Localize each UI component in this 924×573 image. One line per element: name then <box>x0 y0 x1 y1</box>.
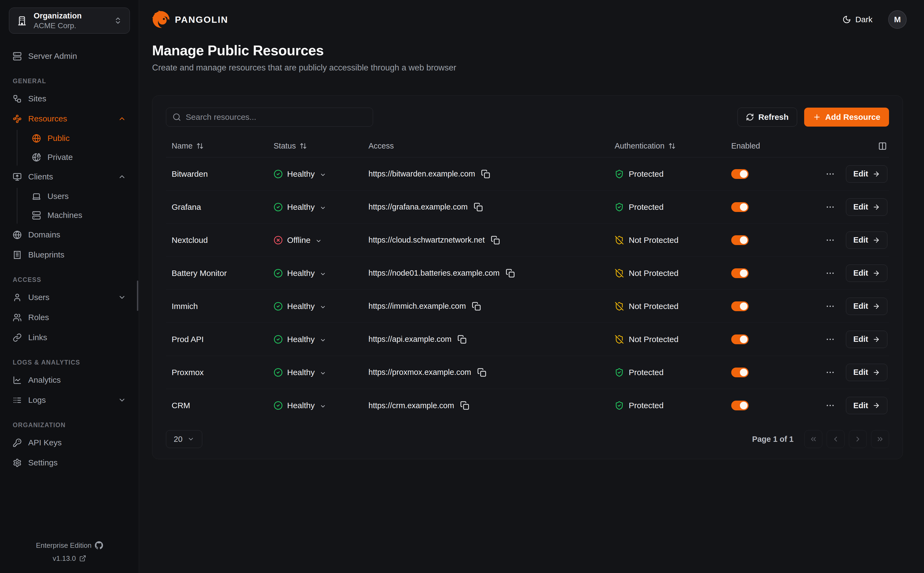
resource-url[interactable]: https://grafana.example.com <box>368 202 468 211</box>
sidebar-item-users[interactable]: Users <box>28 188 130 205</box>
edit-button[interactable]: Edit <box>846 265 887 282</box>
copy-url-button[interactable] <box>491 236 500 245</box>
sidebar-item-api-keys[interactable]: API Keys <box>9 434 130 452</box>
row-menu-button[interactable] <box>825 335 835 344</box>
status-badge[interactable]: Healthy <box>274 202 326 212</box>
sidebar-item-sites[interactable]: Sites <box>9 90 130 108</box>
copy-url-button[interactable] <box>457 335 467 344</box>
sidebar-item-analytics[interactable]: Analytics <box>9 371 130 389</box>
last-page-button[interactable] <box>871 430 889 448</box>
first-page-button[interactable] <box>805 430 822 448</box>
edit-button[interactable]: Edit <box>846 199 887 216</box>
status-icon <box>274 269 283 278</box>
sidebar-item-public[interactable]: Public <box>28 130 130 147</box>
row-menu-button[interactable] <box>825 301 835 311</box>
sidebar-item-clients[interactable]: Clients <box>9 168 130 186</box>
edit-button[interactable]: Edit <box>846 364 887 381</box>
table-row: Bitwarden Healthy https://bitwarden.exam… <box>166 158 889 191</box>
edit-button[interactable]: Edit <box>846 165 887 183</box>
chevron-down-icon <box>315 237 322 243</box>
sidebar-item-private[interactable]: Private <box>28 149 130 166</box>
resource-url[interactable]: https://node01.batteries.example.com <box>368 269 500 277</box>
analytics-icon <box>13 376 22 385</box>
column-header-authentication[interactable]: Authentication <box>609 141 725 150</box>
page-size-select[interactable]: 20 <box>166 430 202 448</box>
edition-row[interactable]: Enterprise Edition <box>0 539 139 552</box>
copy-url-button[interactable] <box>506 269 515 278</box>
chevron-down-icon <box>319 402 326 409</box>
copy-url-button[interactable] <box>472 302 481 311</box>
status-icon <box>274 335 283 344</box>
enabled-toggle[interactable] <box>731 335 749 344</box>
edit-button[interactable]: Edit <box>846 232 887 249</box>
row-menu-button[interactable] <box>825 235 835 245</box>
enabled-toggle[interactable] <box>731 368 749 377</box>
theme-toggle[interactable]: Dark <box>843 15 872 24</box>
chevron-down-icon <box>319 171 326 177</box>
row-menu-button[interactable] <box>825 202 835 212</box>
sidebar-scrollbar[interactable] <box>137 280 138 311</box>
status-badge[interactable]: Offline <box>274 236 322 245</box>
copy-url-button[interactable] <box>474 202 483 212</box>
enabled-toggle[interactable] <box>731 169 749 179</box>
sidebar-item-logs[interactable]: Logs <box>9 391 130 409</box>
sidebar-item-settings[interactable]: Settings <box>9 454 130 472</box>
status-badge[interactable]: Healthy <box>274 269 326 278</box>
arrow-right-icon <box>872 236 880 244</box>
prev-page-button[interactable] <box>827 430 844 448</box>
resource-url[interactable]: https://api.example.com <box>368 335 451 344</box>
columns-icon[interactable] <box>878 142 887 150</box>
column-header-status[interactable]: Status <box>268 141 363 150</box>
resource-name: Prod API <box>166 335 268 344</box>
resource-url[interactable]: https://immich.example.com <box>368 302 466 311</box>
sidebar-item-machines[interactable]: Machines <box>28 207 130 224</box>
brand[interactable]: PANGOLIN <box>152 11 228 28</box>
auth-label: Protected <box>629 202 664 212</box>
copy-url-button[interactable] <box>460 401 469 410</box>
edit-button[interactable]: Edit <box>846 397 887 414</box>
version-row[interactable]: v1.13.0 <box>0 552 139 565</box>
row-menu-button[interactable] <box>825 268 835 278</box>
arrow-right-icon <box>872 402 880 409</box>
edit-button[interactable]: Edit <box>846 331 887 348</box>
auth-label: Not Protected <box>629 335 678 344</box>
row-menu-button[interactable] <box>825 169 835 179</box>
sort-icon <box>668 142 676 150</box>
enabled-toggle[interactable] <box>731 301 749 311</box>
row-menu-button[interactable] <box>825 368 835 377</box>
sidebar-item-links[interactable]: Links <box>9 329 130 346</box>
resource-url[interactable]: https://proxmox.example.com <box>368 368 471 377</box>
column-header-name[interactable]: Name <box>166 141 268 150</box>
status-badge[interactable]: Healthy <box>274 335 326 344</box>
table-body: Bitwarden Healthy https://bitwarden.exam… <box>166 158 889 422</box>
sidebar-item-resources[interactable]: Resources <box>9 110 130 128</box>
sidebar-section-label: ORGANIZATION <box>9 421 130 429</box>
resource-url[interactable]: https://cloud.schwartznetwork.net <box>368 236 485 244</box>
copy-url-button[interactable] <box>477 368 486 377</box>
edit-button[interactable]: Edit <box>846 297 887 315</box>
search-input[interactable] <box>166 108 373 127</box>
refresh-button[interactable]: Refresh <box>738 108 797 127</box>
resource-url[interactable]: https://bitwarden.example.com <box>368 169 475 178</box>
sidebar-item-roles[interactable]: Roles <box>9 308 130 326</box>
arrow-right-icon <box>872 203 880 211</box>
next-page-button[interactable] <box>849 430 867 448</box>
copy-url-button[interactable] <box>481 169 490 178</box>
sidebar-item-server-admin[interactable]: Server Admin <box>9 47 130 65</box>
org-switcher[interactable]: Organization ACME Corp. <box>9 8 130 34</box>
sidebar-item-blueprints[interactable]: Blueprints <box>9 246 130 264</box>
enabled-toggle[interactable] <box>731 401 749 410</box>
add-resource-button[interactable]: Add Resource <box>804 108 889 127</box>
sidebar-item-users[interactable]: Users <box>9 288 130 306</box>
status-badge[interactable]: Healthy <box>274 302 326 311</box>
enabled-toggle[interactable] <box>731 202 749 212</box>
status-badge[interactable]: Healthy <box>274 401 326 410</box>
row-menu-button[interactable] <box>825 401 835 410</box>
enabled-toggle[interactable] <box>731 268 749 278</box>
status-badge[interactable]: Healthy <box>274 169 326 178</box>
sidebar-item-domains[interactable]: Domains <box>9 226 130 244</box>
enabled-toggle[interactable] <box>731 235 749 245</box>
resource-url[interactable]: https://crm.example.com <box>368 401 454 410</box>
status-badge[interactable]: Healthy <box>274 368 326 377</box>
avatar[interactable]: M <box>888 10 907 29</box>
